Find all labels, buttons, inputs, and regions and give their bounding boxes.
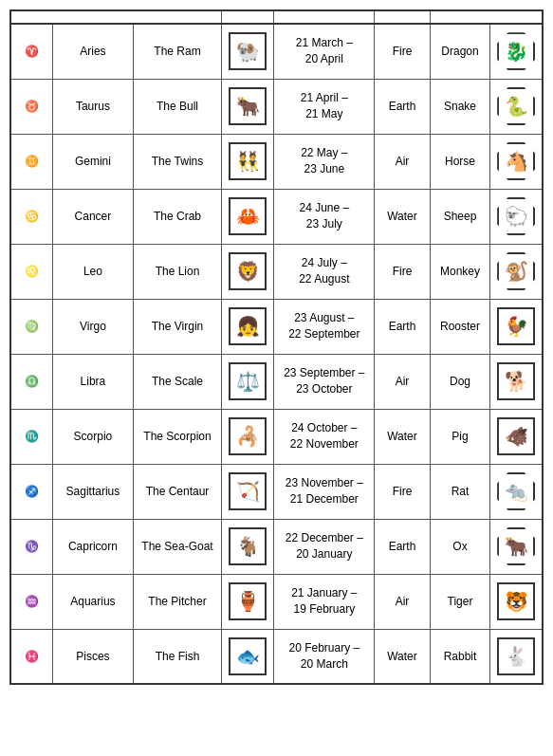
zodiac-image: 🏺	[222, 574, 274, 629]
zodiac-symbol: ♏	[10, 409, 53, 464]
table-row: ♍VirgoThe Virgin👧23 August – 22 Septembe…	[10, 299, 543, 354]
chinese-zodiac-image: 🐀	[490, 464, 543, 519]
chinese-zodiac-image: 🐯	[490, 574, 543, 629]
zodiac-image: 🦁	[222, 244, 274, 299]
zodiac-image: 🐐	[222, 519, 274, 574]
chinese-zodiac-image: 🐓	[490, 299, 543, 354]
zodiac-element: Fire	[375, 464, 430, 519]
chinese-zodiac-name: Horse	[430, 134, 490, 189]
zodiac-symbol: ♉	[10, 79, 53, 134]
zodiac-table: ♈AriesThe Ram🐏21 March – 20 AprilFireDra…	[9, 9, 544, 685]
chinese-zodiac-name: Rooster	[430, 299, 490, 354]
zodiac-name: Libra	[53, 354, 134, 409]
zodiac-symbol: ♌	[10, 244, 53, 299]
header-zodiac	[10, 10, 222, 24]
zodiac-name: Sagittarius	[53, 464, 134, 519]
zodiac-animal: The Scale	[133, 354, 221, 409]
chinese-zodiac-name: Monkey	[430, 244, 490, 299]
zodiac-date: 20 February – 20 March	[274, 629, 375, 684]
zodiac-image: 🦀	[222, 189, 274, 244]
zodiac-element: Air	[375, 574, 430, 629]
zodiac-name: Capricorn	[53, 519, 134, 574]
zodiac-element: Fire	[375, 24, 430, 79]
zodiac-animal: The Scorpion	[133, 409, 221, 464]
zodiac-element: Fire	[375, 244, 430, 299]
table-row: ♈AriesThe Ram🐏21 March – 20 AprilFireDra…	[10, 24, 543, 79]
zodiac-element: Earth	[375, 299, 430, 354]
chinese-zodiac-name: Dog	[430, 354, 490, 409]
zodiac-element: Earth	[375, 519, 430, 574]
zodiac-image: 🐏	[222, 24, 274, 79]
chinese-zodiac-name: Sheep	[430, 189, 490, 244]
zodiac-element: Air	[375, 354, 430, 409]
zodiac-element: Earth	[375, 79, 430, 134]
zodiac-date: 21 April – 21 May	[274, 79, 375, 134]
zodiac-name: Pisces	[53, 629, 134, 684]
zodiac-image: 👯	[222, 134, 274, 189]
chinese-zodiac-image: 🐉	[490, 24, 543, 79]
chinese-zodiac-image: 🐴	[490, 134, 543, 189]
zodiac-name: Aries	[53, 24, 134, 79]
zodiac-image: 🦂	[222, 409, 274, 464]
zodiac-date: 24 June – 23 July	[274, 189, 375, 244]
zodiac-symbol: ♒	[10, 574, 53, 629]
header-date	[274, 10, 375, 24]
chinese-zodiac-image: 🐗	[490, 409, 543, 464]
header-element	[375, 10, 430, 24]
zodiac-name: Aquarius	[53, 574, 134, 629]
zodiac-element: Air	[375, 134, 430, 189]
chinese-zodiac-image: 🐇	[490, 629, 543, 684]
chinese-zodiac-name: Tiger	[430, 574, 490, 629]
chinese-zodiac-image: 🐑	[490, 189, 543, 244]
chinese-zodiac-name: Rabbit	[430, 629, 490, 684]
table-row: ♉TaurusThe Bull🐂21 April – 21 MayEarthSn…	[10, 79, 543, 134]
zodiac-image: ⚖️	[222, 354, 274, 409]
zodiac-element: Water	[375, 409, 430, 464]
zodiac-symbol: ♊	[10, 134, 53, 189]
table-row: ♑CapricornThe Sea-Goat🐐22 December – 20 …	[10, 519, 543, 574]
table-row: ♏ScorpioThe Scorpion🦂24 October – 22 Nov…	[10, 409, 543, 464]
header-img	[222, 10, 274, 24]
table-row: ♌LeoThe Lion🦁24 July – 22 AugustFireMonk…	[10, 244, 543, 299]
zodiac-name: Taurus	[53, 79, 134, 134]
table-row: ♒AquariusThe Pitcher🏺21 January – 19 Feb…	[10, 574, 543, 629]
zodiac-name: Scorpio	[53, 409, 134, 464]
header-chinese	[430, 10, 543, 24]
zodiac-name: Virgo	[53, 299, 134, 354]
zodiac-element: Water	[375, 189, 430, 244]
chinese-zodiac-image: 🐂	[490, 519, 543, 574]
zodiac-animal: The Fish	[133, 629, 221, 684]
zodiac-element: Water	[375, 629, 430, 684]
zodiac-symbol: ♈	[10, 24, 53, 79]
table-row: ♓PiscesThe Fish🐟20 February – 20 MarchWa…	[10, 629, 543, 684]
zodiac-symbol: ♎	[10, 354, 53, 409]
table-row: ♋CancerThe Crab🦀24 June – 23 JulyWaterSh…	[10, 189, 543, 244]
chinese-zodiac-name: Ox	[430, 519, 490, 574]
zodiac-animal: The Ram	[133, 24, 221, 79]
zodiac-animal: The Centaur	[133, 464, 221, 519]
zodiac-animal: The Bull	[133, 79, 221, 134]
zodiac-date: 22 December – 20 January	[274, 519, 375, 574]
chinese-zodiac-name: Dragon	[430, 24, 490, 79]
zodiac-date: 24 July – 22 August	[274, 244, 375, 299]
zodiac-image: 🏹	[222, 464, 274, 519]
zodiac-animal: The Sea-Goat	[133, 519, 221, 574]
zodiac-date: 23 August – 22 September	[274, 299, 375, 354]
zodiac-symbol: ♋	[10, 189, 53, 244]
zodiac-animal: The Crab	[133, 189, 221, 244]
chinese-zodiac-name: Pig	[430, 409, 490, 464]
zodiac-date: 22 May – 23 June	[274, 134, 375, 189]
chinese-zodiac-image: 🐒	[490, 244, 543, 299]
zodiac-image: 🐂	[222, 79, 274, 134]
table-row: ♎LibraThe Scale⚖️23 September – 23 Octob…	[10, 354, 543, 409]
zodiac-symbol: ♓	[10, 629, 53, 684]
chinese-zodiac-image: 🐍	[490, 79, 543, 134]
zodiac-animal: The Virgin	[133, 299, 221, 354]
chinese-zodiac-name: Rat	[430, 464, 490, 519]
zodiac-symbol: ♑	[10, 519, 53, 574]
zodiac-image: 🐟	[222, 629, 274, 684]
chinese-zodiac-image: 🐕	[490, 354, 543, 409]
zodiac-name: Gemini	[53, 134, 134, 189]
zodiac-date: 23 November – 21 December	[274, 464, 375, 519]
chinese-zodiac-name: Snake	[430, 79, 490, 134]
